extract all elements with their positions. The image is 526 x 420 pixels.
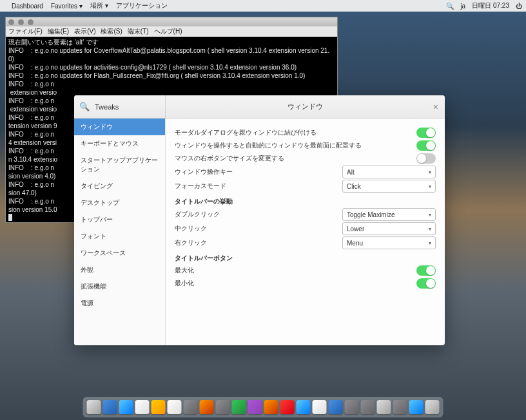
dock-terminal-icon[interactable] (393, 400, 407, 414)
search-icon[interactable]: 🔍 (446, 3, 454, 10)
sidebar-item-keyboard[interactable]: キーボードとマウス (74, 135, 165, 152)
dbl-label: ダブルクリック (175, 210, 342, 219)
sidebar-item-windows[interactable]: ウィンドウ (74, 119, 165, 135)
chevron-down-icon: ▾ (429, 240, 431, 246)
clock[interactable]: 日曜日 07:23 (472, 1, 509, 10)
window-min-icon[interactable] (18, 19, 24, 25)
sidebar-item-fonts[interactable]: フォント (74, 228, 165, 245)
dock-notes-icon[interactable] (135, 400, 150, 414)
right-select[interactable]: Menu▾ (342, 236, 436, 249)
focus-select[interactable]: Click▾ (342, 180, 436, 193)
tweaks-content: モーダルダイアログを親ウィンドウに結び付ける ウィンドウを操作すると自動的にウィ… (166, 119, 445, 345)
dock-app10-icon[interactable] (329, 400, 343, 414)
tweaks-sidebar: ウィンドウ キーボードとマウス スタートアップアプリケーション タイピング デス… (74, 119, 166, 345)
modal-switch[interactable] (416, 128, 436, 138)
dock-app2-icon[interactable] (184, 400, 198, 414)
sidebar-item-startup[interactable]: スタートアップアプリケーション (74, 152, 165, 178)
titlebar-heading: タイトルバーの挙動 (175, 197, 436, 206)
sidebar-item-workspaces[interactable]: ワークスペース (74, 245, 165, 262)
term-menu-edit[interactable]: 編集(E) (48, 27, 69, 36)
dbl-select[interactable]: Toggle Maximize▾ (342, 208, 436, 221)
tweaks-window: 🔍 Tweaks ウィンドウ × ウィンドウ キーボードとマウス スタートアップ… (74, 95, 445, 345)
dock-app3-icon[interactable] (200, 400, 214, 414)
terminal-cursor (8, 214, 12, 221)
term-menu-view[interactable]: 表示(V) (74, 27, 95, 36)
window-max-icon[interactable] (28, 19, 34, 25)
dock (83, 397, 443, 417)
power-icon[interactable]: ⏻ (516, 3, 522, 10)
sidebar-item-topbar[interactable]: トップバー (74, 211, 165, 228)
dock-app-icon[interactable] (103, 400, 117, 414)
dock-monitor-icon[interactable] (409, 400, 424, 414)
sidebar-item-appearance[interactable]: 外観 (74, 262, 165, 278)
chevron-down-icon: ▾ (429, 226, 431, 232)
top-menubar: Dashboard Favorites ▾ 場所 ▾ アプリケーション 🔍 ja… (0, 0, 526, 12)
dock-app9-icon[interactable] (313, 400, 327, 414)
dock-app8-icon[interactable] (297, 400, 311, 414)
dock-app11-icon[interactable] (361, 400, 375, 414)
sidebar-item-power[interactable]: 電源 (74, 295, 165, 312)
dock-settings-icon[interactable] (345, 400, 359, 414)
min-label: 最小化 (175, 279, 416, 288)
dock-app4-icon[interactable] (216, 400, 230, 414)
chevron-down-icon: ▾ (429, 184, 431, 189)
menu-places[interactable]: 場所 ▾ (90, 1, 108, 10)
max-switch[interactable] (416, 265, 436, 276)
modkey-select[interactable]: Alt▾ (342, 166, 436, 178)
dock-trash-icon[interactable] (425, 400, 440, 414)
menu-dashboard[interactable]: Dashboard (12, 3, 43, 10)
dock-app12-icon[interactable] (377, 400, 391, 414)
dock-calendar-icon[interactable] (151, 400, 166, 414)
sidebar-item-typing[interactable]: タイピング (74, 178, 165, 195)
dock-finder-icon[interactable] (87, 400, 101, 414)
raise-label: ウィンドウを操作すると自動的にウィンドウを最前面に配置する (175, 141, 416, 150)
panel-title: ウィンドウ (287, 102, 323, 111)
resize-label: マウスの右ボタンでサイズを変更する (175, 154, 416, 163)
dock-app7-icon[interactable] (264, 400, 278, 414)
terminal-titlebar[interactable] (6, 17, 337, 26)
dock-app6-icon[interactable] (248, 400, 262, 414)
term-menu-file[interactable]: ファイル(F) (8, 27, 43, 36)
lang-indicator[interactable]: ja (460, 3, 465, 10)
chevron-down-icon: ▾ (429, 169, 431, 175)
focus-label: フォーカスモード (175, 182, 342, 191)
tweaks-header: 🔍 Tweaks ウィンドウ × (74, 95, 445, 119)
sidebar-item-extensions[interactable]: 拡張機能 (74, 278, 165, 295)
term-menu-search[interactable]: 検索(S) (101, 27, 122, 36)
dock-safari-icon[interactable] (119, 400, 133, 414)
terminal-menu: ファイル(F) 編集(E) 表示(V) 検索(S) 端末(T) ヘルプ(H) (6, 26, 337, 37)
right-label: 右クリック (175, 238, 342, 247)
close-button[interactable]: × (433, 102, 438, 112)
dock-itunes-icon[interactable] (280, 400, 295, 414)
menu-favorites[interactable]: Favorites ▾ (51, 3, 83, 10)
app-title: Tweaks (95, 103, 119, 111)
raise-switch[interactable] (416, 140, 436, 151)
dock-app5-icon[interactable] (232, 400, 246, 414)
modkey-label: ウィンドウ操作キー (175, 167, 342, 177)
buttons-heading: タイトルバーボタン (175, 254, 436, 263)
dock-contacts-icon[interactable] (168, 400, 182, 414)
mid-label: 中クリック (175, 224, 342, 233)
min-switch[interactable] (416, 278, 436, 289)
chevron-down-icon: ▾ (429, 212, 431, 218)
modal-label: モーダルダイアログを親ウィンドウに結び付ける (175, 128, 416, 137)
sidebar-item-desktop[interactable]: デスクトップ (74, 195, 165, 211)
window-close-icon[interactable] (8, 19, 14, 25)
resize-switch[interactable] (416, 153, 436, 164)
term-menu-terminal[interactable]: 端末(T) (128, 27, 149, 36)
max-label: 最大化 (175, 266, 416, 275)
search-icon[interactable]: 🔍 (79, 102, 90, 111)
term-menu-help[interactable]: ヘルプ(H) (154, 27, 182, 36)
menu-applications[interactable]: アプリケーション (116, 1, 168, 10)
mid-select[interactable]: Lower▾ (342, 222, 436, 235)
